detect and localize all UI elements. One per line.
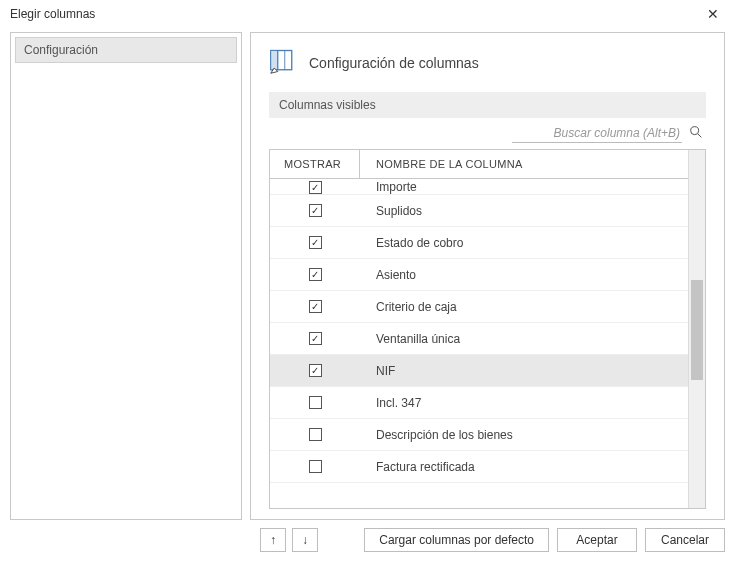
row-checkbox-cell: ✓: [270, 332, 360, 345]
table-row[interactable]: ✓Criterio de caja: [270, 291, 688, 323]
row-label: Suplidos: [360, 204, 688, 218]
table-row[interactable]: ✓Suplidos: [270, 195, 688, 227]
move-down-button[interactable]: ↓: [292, 528, 318, 552]
table-row[interactable]: ✓Ventanilla única: [270, 323, 688, 355]
cancel-button[interactable]: Cancelar: [645, 528, 725, 552]
table-row[interactable]: ✓NIF: [270, 355, 688, 387]
button-label: Cancelar: [661, 533, 709, 547]
row-checkbox-cell: ✓: [270, 268, 360, 281]
svg-rect-1: [271, 51, 278, 70]
row-label: Descripción de los bienes: [360, 428, 688, 442]
row-checkbox-cell: ✓: [270, 181, 360, 194]
close-icon[interactable]: ✕: [701, 6, 725, 22]
columns-table: MOSTRAR NOMBRE DE LA COLUMNA ✓Importe✓Su…: [269, 149, 706, 509]
checkbox[interactable]: ✓: [309, 268, 322, 281]
columns-icon: [269, 47, 297, 78]
table-row[interactable]: Incl. 347: [270, 387, 688, 419]
row-checkbox-cell: ✓: [270, 364, 360, 377]
checkbox[interactable]: [309, 428, 322, 441]
main-panel: Configuración de columnas Columnas visib…: [250, 32, 725, 520]
button-label: Aceptar: [576, 533, 617, 547]
footer: ↑ ↓ Cargar columnas por defecto Aceptar …: [0, 520, 735, 552]
row-checkbox-cell: [270, 460, 360, 473]
table-row[interactable]: Descripción de los bienes: [270, 419, 688, 451]
sidebar-item-label: Configuración: [24, 43, 98, 57]
sidebar: Configuración: [10, 32, 242, 520]
row-label: Factura rectificada: [360, 460, 688, 474]
row-checkbox-cell: ✓: [270, 204, 360, 217]
row-checkbox-cell: ✓: [270, 236, 360, 249]
row-checkbox-cell: [270, 396, 360, 409]
checkbox[interactable]: ✓: [309, 332, 322, 345]
row-label: Ventanilla única: [360, 332, 688, 346]
titlebar: Elegir columnas ✕: [0, 0, 735, 26]
accept-button[interactable]: Aceptar: [557, 528, 637, 552]
row-label: NIF: [360, 364, 688, 378]
checkbox[interactable]: ✓: [309, 204, 322, 217]
search-icon[interactable]: [688, 124, 704, 143]
row-label: Incl. 347: [360, 396, 688, 410]
row-checkbox-cell: ✓: [270, 300, 360, 313]
column-header-mostrar[interactable]: MOSTRAR: [270, 150, 360, 178]
table-row[interactable]: Factura rectificada: [270, 451, 688, 483]
checkbox[interactable]: ✓: [309, 364, 322, 377]
table-row[interactable]: ✓Asiento: [270, 259, 688, 291]
checkbox[interactable]: ✓: [309, 236, 322, 249]
table-row[interactable]: ✓Importe: [270, 179, 688, 195]
page-title: Configuración de columnas: [309, 55, 479, 71]
table-row[interactable]: ✓Estado de cobro: [270, 227, 688, 259]
sidebar-item-configuracion[interactable]: Configuración: [15, 37, 237, 63]
load-defaults-button[interactable]: Cargar columnas por defecto: [364, 528, 549, 552]
move-up-button[interactable]: ↑: [260, 528, 286, 552]
window-title: Elegir columnas: [10, 7, 95, 21]
arrow-up-icon: ↑: [270, 533, 276, 547]
arrow-down-icon: ↓: [302, 533, 308, 547]
row-label: Asiento: [360, 268, 688, 282]
checkbox[interactable]: ✓: [309, 300, 322, 313]
scrollbar-vertical[interactable]: [688, 150, 705, 508]
checkbox[interactable]: [309, 396, 322, 409]
checkbox[interactable]: ✓: [309, 181, 322, 194]
row-label: Importe: [360, 180, 688, 194]
svg-line-5: [698, 134, 701, 137]
section-subheader: Columnas visibles: [269, 92, 706, 118]
checkbox[interactable]: [309, 460, 322, 473]
button-label: Cargar columnas por defecto: [379, 533, 534, 547]
row-checkbox-cell: [270, 428, 360, 441]
scrollbar-thumb[interactable]: [691, 280, 703, 380]
search-input[interactable]: [512, 124, 682, 143]
svg-point-4: [691, 127, 699, 135]
row-label: Estado de cobro: [360, 236, 688, 250]
row-label: Criterio de caja: [360, 300, 688, 314]
column-header-nombre[interactable]: NOMBRE DE LA COLUMNA: [360, 150, 688, 178]
